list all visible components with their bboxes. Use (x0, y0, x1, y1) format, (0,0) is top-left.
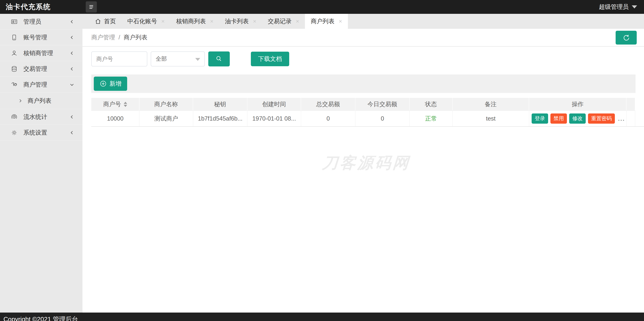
sidebar-item-label: 核销商管理 (24, 49, 70, 57)
id-card-icon (11, 18, 18, 25)
sidebar-toggle-button[interactable] (86, 1, 97, 13)
chevron-left-icon (70, 51, 74, 56)
table-row: 10000 测试商户 1b7f1d545af6b... 1970-01-01 0… (91, 111, 644, 127)
sidebar-item-label: 交易管理 (24, 65, 70, 73)
chevron-left-icon (70, 35, 74, 40)
tab-label: 首页 (104, 17, 116, 25)
tab-label: 中石化账号 (127, 17, 157, 25)
home-icon (95, 18, 101, 25)
footer-copyright: Copyright ©2021 管理后台 (0, 312, 644, 321)
status-select-value: 全部 (156, 55, 167, 63)
table-header-row: 商户号 商户名称 秘钥 创建时间 总交易额 今日交易额 状态 备注 操作 (91, 98, 644, 111)
breadcrumb-bar: 商户管理 / 商户列表 (82, 29, 644, 47)
search-icon (215, 55, 223, 63)
table-toolbar: 新增 (91, 75, 636, 93)
chevron-down-icon (195, 58, 200, 61)
breadcrumb-section: 商户管理 (91, 34, 115, 42)
sidebar-item-merchant-list[interactable]: 商户列表 (0, 93, 82, 109)
sidebar-item-transactions[interactable]: 交易管理 (0, 61, 82, 77)
breadcrumb-separator: / (118, 34, 120, 41)
sidebar-item-admin[interactable]: 管理员 (0, 14, 82, 30)
user-menu[interactable]: 超级管理员 (599, 0, 637, 14)
sidebar-item-settings[interactable]: 系统设置 (0, 125, 82, 141)
merchant-no-input[interactable] (91, 52, 147, 67)
column-header-status: 状态 (410, 98, 452, 111)
plus-circle-icon (100, 80, 107, 87)
column-header-today: 今日交易额 (355, 98, 410, 111)
close-icon[interactable]: × (296, 19, 299, 24)
sidebar-item-label: 商户管理 (24, 81, 70, 89)
more-actions-ellipsis[interactable]: ... (618, 115, 625, 122)
chevron-down-icon (632, 5, 637, 9)
column-header-spacer (626, 98, 635, 111)
close-icon[interactable]: × (210, 19, 214, 24)
column-header-created: 创建时间 (248, 98, 301, 111)
tab-label: 油卡列表 (225, 17, 249, 25)
sort-icon[interactable] (124, 102, 127, 107)
close-icon[interactable]: × (339, 19, 342, 24)
app-title: 油卡代充系统 (6, 2, 51, 12)
login-button[interactable]: 登录 (532, 114, 548, 124)
sidebar-item-verifiers[interactable]: 核销商管理 (0, 45, 82, 61)
column-header-remark: 备注 (452, 98, 529, 111)
cell-remark: test (452, 111, 529, 126)
add-button-label: 新增 (110, 80, 122, 88)
main-content: 首页 中石化账号 × 核销商列表 × 油卡列表 × 交易记录 × 商户列表 × (82, 14, 644, 312)
tab-verifier-list[interactable]: 核销商列表 × (170, 14, 220, 29)
edit-button[interactable]: 修改 (569, 114, 586, 124)
chevron-left-icon (70, 114, 74, 119)
tab-bar: 首页 中石化账号 × 核销商列表 × 油卡列表 × 交易记录 × 商户列表 × (82, 14, 644, 29)
sidebar-item-accounts[interactable]: 账号管理 (0, 30, 82, 45)
sidebar-item-statistics[interactable]: 流水统计 (0, 109, 82, 125)
close-icon[interactable]: × (253, 19, 256, 24)
sidebar-subitem-label: 商户列表 (28, 97, 52, 105)
tab-merchant-list[interactable]: 商户列表 × (305, 14, 348, 29)
search-button[interactable] (208, 52, 230, 67)
watermark: 刀客源码网 (277, 152, 455, 174)
sidebar-item-label: 系统设置 (24, 129, 70, 137)
tab-sinopec-accounts[interactable]: 中石化账号 × (122, 14, 170, 29)
cell-created: 1970-01-01 08... (248, 111, 301, 126)
reset-password-button[interactable]: 重置密码 (588, 114, 615, 124)
add-button[interactable]: 新增 (94, 77, 127, 91)
cell-total: 0 (301, 111, 355, 126)
sidebar-item-merchants[interactable]: 商户管理 (0, 77, 82, 93)
gauge-icon (11, 114, 18, 120)
gear-icon (11, 129, 18, 136)
cell-secret: 1b7f1d545af6b... (193, 111, 248, 126)
column-header-total: 总交易额 (301, 98, 355, 111)
chevron-left-icon (70, 19, 74, 24)
status-select[interactable]: 全部 (151, 52, 205, 67)
sidebar-item-label: 管理员 (24, 18, 70, 26)
cell-actions: 登录 禁用 修改 重置密码 ... (529, 111, 626, 126)
cell-today: 0 (355, 111, 410, 126)
column-header-actions: 操作 (529, 98, 626, 111)
refresh-button[interactable] (616, 31, 637, 45)
database-icon (11, 66, 18, 72)
sidebar-item-label: 账号管理 (24, 34, 70, 42)
disable-button[interactable]: 禁用 (550, 114, 567, 124)
breadcrumb-page: 商户列表 (124, 34, 148, 42)
chevron-down-icon (70, 82, 74, 87)
tab-label: 交易记录 (268, 17, 292, 25)
column-header-merchant-no[interactable]: 商户号 (91, 98, 140, 111)
filter-bar: 全部 下载文档 (91, 52, 644, 67)
close-icon[interactable]: × (161, 19, 165, 24)
tab-home[interactable]: 首页 (89, 14, 122, 29)
download-doc-button[interactable]: 下载文档 (251, 52, 289, 66)
status-badge: 正常 (425, 115, 437, 123)
tab-label: 核销商列表 (176, 17, 206, 25)
chevron-left-icon (70, 67, 74, 71)
arrow-right-icon (18, 99, 23, 103)
cell-spacer (626, 111, 635, 126)
column-header-secret: 秘钥 (193, 98, 248, 111)
mobile-icon (11, 34, 18, 41)
refresh-icon (622, 34, 630, 42)
cell-name: 测试商户 (140, 111, 193, 126)
menu-list-icon (88, 4, 94, 10)
tab-oil-card-list[interactable]: 油卡列表 × (219, 14, 262, 29)
cell-merchant-no: 10000 (91, 111, 140, 126)
user-icon (11, 50, 18, 57)
tab-transaction-records[interactable]: 交易记录 × (262, 14, 305, 29)
column-header-name: 商户名称 (140, 98, 193, 111)
